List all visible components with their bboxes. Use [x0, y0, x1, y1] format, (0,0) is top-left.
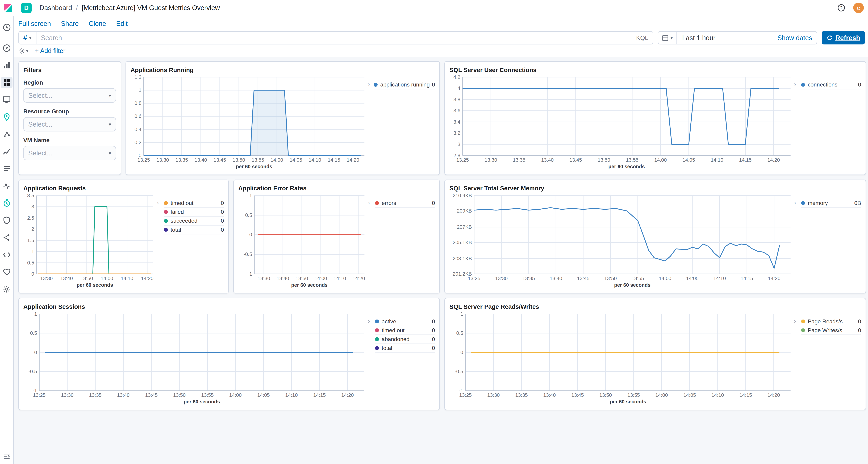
legend-item[interactable]: failed0 [164, 208, 224, 217]
sidebar-item-graph[interactable] [1, 231, 12, 243]
sidebar-item-dashboard[interactable] [1, 77, 12, 88]
svg-text:4.2: 4.2 [453, 74, 460, 80]
svg-text:14:10: 14:10 [711, 157, 723, 163]
sidebar-item-logs[interactable] [1, 163, 12, 174]
legend-item[interactable]: timed out0 [164, 199, 224, 208]
svg-text:3.2: 3.2 [453, 130, 460, 136]
legend-item[interactable]: Page Writes/s0 [801, 326, 861, 335]
calendar-button[interactable]: ▾ [658, 32, 677, 44]
sidebar-item-recently-viewed[interactable] [1, 22, 12, 33]
user-connections-chart[interactable]: 13:2513:3013:3513:4013:4513:5013:5514:00… [450, 74, 794, 170]
legend-item[interactable]: abandoned0 [375, 335, 435, 344]
svg-text:2.5: 2.5 [27, 215, 34, 221]
sidebar-item-stack-monitoring[interactable] [1, 266, 12, 278]
legend-color-dot [164, 228, 168, 231]
add-filter-link[interactable]: + Add filter [35, 47, 65, 55]
saved-query-menu-button[interactable]: # ▾ [19, 31, 36, 44]
kibana-logo[interactable] [3, 3, 13, 13]
legend-collapse-icon[interactable]: › [368, 81, 374, 88]
panel-sql-user-connections: SQL Server User Connections 13:2513:3013… [444, 61, 866, 175]
filter-select[interactable]: Select...▾ [23, 88, 116, 103]
legend-item[interactable]: active0 [375, 317, 435, 326]
sidebar-item-uptime[interactable] [1, 197, 12, 209]
svg-text:0.5: 0.5 [456, 330, 463, 336]
legend-item[interactable]: errors0 [375, 199, 435, 208]
legend-collapse-icon[interactable]: › [368, 199, 375, 207]
panel-application-sessions: Application Sessions 13:2513:3013:3513:4… [19, 298, 440, 410]
server-memory-chart[interactable]: 13:2513:3013:3513:4013:4513:5013:5514:00… [450, 192, 794, 288]
error-rates-chart[interactable]: 13:3013:4013:5014:0014:1014:20-1-0.500.5… [238, 192, 368, 288]
legend-value: 0 [221, 200, 224, 206]
menu-clone[interactable]: Clone [89, 20, 106, 27]
svg-text:-0.5: -0.5 [28, 369, 37, 374]
legend-color-dot [374, 83, 377, 87]
legend-item[interactable]: total0 [164, 225, 224, 235]
svg-text:13:40: 13:40 [277, 276, 289, 281]
menu-share[interactable]: Share [61, 20, 79, 27]
space-badge[interactable]: D [21, 3, 32, 13]
svg-text:14:15: 14:15 [739, 157, 751, 163]
legend-item[interactable]: timed out0 [375, 326, 435, 335]
filter-select[interactable]: Select...▾ [23, 117, 116, 131]
legend-value: 0 [432, 327, 435, 334]
application-sessions-chart[interactable]: 13:2513:3013:3513:4013:4513:5013:5514:00… [23, 311, 368, 405]
select-placeholder: Select... [28, 92, 109, 99]
legend-color-dot [375, 201, 379, 205]
help-icon[interactable]: ? [837, 4, 845, 12]
filter-select[interactable]: Select...▾ [23, 146, 116, 160]
legend-item[interactable]: applications running0 [374, 81, 435, 89]
svg-text:14:00: 14:00 [314, 276, 327, 281]
svg-text:-0.5: -0.5 [243, 251, 252, 257]
page-reads-writes-chart[interactable]: 13:2513:3013:3513:4013:4513:5013:5514:00… [450, 311, 794, 405]
svg-text:-0.5: -0.5 [455, 369, 463, 374]
query-language-label[interactable]: KQL [636, 34, 648, 41]
legend-item[interactable]: total0 [375, 344, 435, 353]
legend-value: 0 [858, 318, 861, 325]
user-avatar[interactable]: e [853, 3, 864, 13]
svg-text:0.2: 0.2 [134, 140, 141, 145]
sidebar-item-metrics[interactable] [1, 146, 12, 157]
select-placeholder: Select... [28, 121, 109, 128]
chevron-down-icon: ▾ [109, 121, 111, 127]
legend-item[interactable]: Page Reads/s0 [801, 317, 861, 326]
breadcrumb-dashboard-link[interactable]: Dashboard [39, 4, 72, 12]
legend-label: Page Reads/s [808, 318, 856, 325]
nav-collapse-button[interactable] [3, 452, 10, 460]
query-bar: # ▾ KQL ▾ Last 1 hour Show dates Refresh [19, 31, 865, 44]
legend-collapse-icon[interactable]: › [794, 81, 801, 88]
menu-full-screen[interactable]: Full screen [19, 20, 51, 27]
svg-text:14:05: 14:05 [682, 157, 695, 163]
sidebar-item-siem[interactable] [1, 214, 12, 226]
time-range-label[interactable]: Last 1 hour [677, 34, 777, 42]
legend-collapse-icon[interactable]: › [794, 317, 801, 325]
sidebar-item-dev-tools[interactable] [1, 249, 12, 260]
sidebar-item-management[interactable] [1, 283, 12, 295]
legend-collapse-icon[interactable]: › [368, 317, 375, 325]
filter-options-button[interactable]: ▾ [19, 48, 28, 54]
application-requests-chart[interactable]: 13:3013:4013:5014:0014:1014:2000.511.522… [23, 192, 157, 288]
legend-label: total [170, 227, 219, 233]
show-dates-link[interactable]: Show dates [777, 34, 817, 42]
svg-text:14:00: 14:00 [271, 157, 283, 163]
applications-running-chart[interactable]: 13:2513:3013:3513:4013:4513:5013:5514:00… [130, 74, 368, 170]
refresh-button[interactable]: Refresh [822, 31, 865, 44]
legend-color-dot [375, 337, 379, 341]
legend-item[interactable]: succeeded0 [164, 217, 224, 225]
search-input[interactable] [36, 32, 653, 44]
sidebar-item-visualize[interactable] [1, 59, 12, 71]
legend-color-dot [801, 329, 805, 332]
svg-text:13:40: 13:40 [117, 392, 129, 398]
legend-item[interactable]: connections0 [801, 81, 861, 89]
svg-text:1.2: 1.2 [134, 74, 141, 80]
svg-text:14:10: 14:10 [285, 392, 298, 398]
menu-edit[interactable]: Edit [116, 20, 128, 27]
filter-bar: ▾ + Add filter [14, 44, 868, 57]
sidebar-item-canvas[interactable] [1, 94, 12, 105]
legend-item[interactable]: memory0B [801, 199, 861, 208]
sidebar-item-apm[interactable] [1, 180, 12, 192]
legend-collapse-icon[interactable]: › [794, 199, 801, 207]
sidebar-item-maps[interactable] [1, 111, 12, 123]
sidebar-item-machine-learning[interactable] [1, 128, 12, 140]
legend-collapse-icon[interactable]: › [157, 199, 164, 207]
sidebar-item-discover[interactable] [1, 42, 12, 54]
